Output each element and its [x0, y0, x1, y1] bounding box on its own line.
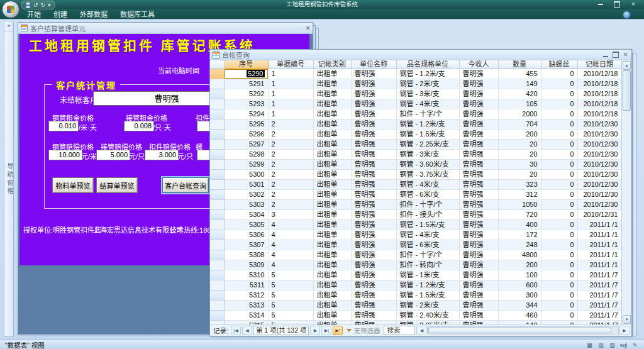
cell-2[interactable]: 出租单: [313, 250, 351, 260]
row-selector[interactable]: [210, 109, 224, 119]
cell-3[interactable]: 曹明强: [351, 301, 396, 311]
cell-5[interactable]: 曹明强: [459, 270, 498, 280]
column-header-2[interactable]: 记帐类别: [313, 60, 351, 69]
cell-7[interactable]: 0: [541, 119, 577, 130]
cell-4[interactable]: 钢管 - 2米/支: [396, 79, 459, 89]
cell-0[interactable]: 5305: [224, 220, 268, 230]
cell-2[interactable]: 出租单: [313, 79, 351, 89]
search-input[interactable]: 搜索: [384, 326, 415, 335]
settlement-preview-button[interactable]: 结算单预览: [96, 177, 138, 193]
cell-1[interactable]: 5: [268, 280, 313, 291]
cell-5[interactable]: 曹明强: [459, 190, 498, 200]
cell-0[interactable]: 5304: [224, 210, 268, 220]
ribbon-tab-2[interactable]: 外部数据: [75, 8, 112, 19]
cell-0[interactable]: 5313: [224, 301, 268, 311]
previous-record-icon[interactable]: ◀: [242, 326, 252, 335]
cell-7[interactable]: 0: [541, 160, 577, 170]
cell-3[interactable]: 曹明强: [351, 89, 396, 99]
datasheet-view-icon[interactable]: ▦: [584, 341, 595, 349]
new-record-icon[interactable]: ▶*: [333, 326, 343, 335]
cell-2[interactable]: 出租单: [313, 311, 351, 321]
cell-7[interactable]: 0: [541, 220, 577, 230]
cell-2[interactable]: 出租单: [313, 230, 351, 240]
row-selector[interactable]: [210, 180, 224, 190]
row-selector[interactable]: [210, 79, 224, 89]
form-close-icon[interactable]: ×: [306, 25, 310, 32]
cell-7[interactable]: 0: [541, 69, 577, 79]
cell-2[interactable]: 出租单: [313, 220, 351, 230]
cell-1[interactable]: 2: [268, 119, 313, 130]
cell-7[interactable]: 0: [541, 200, 577, 210]
maximize-icon[interactable]: [610, 1, 624, 8]
cell-0[interactable]: 5293: [224, 99, 268, 109]
cell-4[interactable]: 扣件 - 十字/个: [396, 109, 459, 119]
row-selector[interactable]: [210, 301, 224, 311]
cell-8[interactable]: 2011/1 /7: [577, 311, 621, 321]
cell-5[interactable]: 曹明强: [459, 160, 498, 170]
cell-6[interactable]: 20: [498, 170, 541, 180]
cell-6[interactable]: 200: [498, 130, 541, 140]
design-view-icon[interactable]: ✎: [630, 341, 640, 349]
cell-7[interactable]: 0: [541, 109, 577, 119]
cell-5[interactable]: 曹明强: [459, 170, 498, 180]
cell-8[interactable]: 2011/1 /1: [577, 230, 621, 240]
pipe-comp-price-input[interactable]: 10.000: [48, 150, 82, 160]
column-header-4[interactable]: 品名规格单位: [396, 60, 459, 69]
cell-4[interactable]: 扣件 - 转向/个: [396, 260, 459, 270]
cell-2[interactable]: 出租单: [313, 170, 351, 180]
cell-3[interactable]: 曹明强: [351, 130, 396, 140]
ledger-close-icon[interactable]: ×: [623, 51, 628, 58]
pivottable-view-icon[interactable]: ▤: [596, 341, 606, 349]
cell-6[interactable]: 720: [498, 210, 541, 220]
cell-0[interactable]: 5309: [224, 260, 268, 270]
cell-2[interactable]: 出租单: [313, 291, 351, 301]
cell-5[interactable]: 曹明强: [459, 89, 498, 99]
cell-6[interactable]: 4800: [498, 250, 541, 260]
cell-5[interactable]: 曹明强: [459, 260, 498, 270]
cell-4[interactable]: 钢管 - 6米/支: [396, 190, 459, 200]
cell-3[interactable]: 曹明强: [351, 140, 396, 150]
cell-0[interactable]: 5300: [224, 170, 268, 180]
cell-8[interactable]: 2010/12/18: [577, 89, 621, 99]
scroll-up-icon[interactable]: ▲: [623, 61, 631, 70]
cell-8[interactable]: 2010/12/30: [577, 200, 621, 210]
sql-view-icon[interactable]: sql: [618, 341, 629, 349]
row-selector[interactable]: [210, 200, 224, 210]
cell-1[interactable]: 1: [268, 99, 313, 109]
customer-ledger-query-button[interactable]: 客户台帐查询: [162, 177, 209, 193]
cell-1[interactable]: 1: [268, 89, 313, 99]
cell-1[interactable]: 4: [268, 250, 313, 260]
row-selector[interactable]: [210, 270, 224, 280]
cell-4[interactable]: 钢管 - 6米/支: [396, 240, 459, 250]
cell-4[interactable]: 钢管 - 2.40米/支: [396, 311, 459, 321]
coupler-comp-price-input[interactable]: 5.000: [96, 150, 130, 160]
cell-2[interactable]: 出租单: [313, 260, 351, 270]
cell-5[interactable]: 曹明强: [459, 250, 498, 260]
cell-5[interactable]: 曹明强: [459, 140, 498, 150]
first-record-icon[interactable]: |◀: [231, 326, 241, 335]
row-selector[interactable]: [210, 311, 224, 321]
record-position[interactable]: 第 1 项(共 132 项: [253, 326, 309, 335]
cell-7[interactable]: 0: [541, 180, 577, 190]
column-header-8[interactable]: 记帐日期: [577, 60, 621, 69]
horizontal-scrollbar[interactable]: ◀ ▶: [416, 326, 630, 335]
cell-3[interactable]: 曹明强: [351, 180, 396, 190]
cell-7[interactable]: 0: [541, 250, 577, 260]
next-record-icon[interactable]: ▶: [310, 326, 320, 335]
cell-7[interactable]: 0: [541, 170, 577, 180]
cell-6[interactable]: 30: [498, 160, 541, 170]
navigation-pane-collapsed[interactable]: » 导航窗格: [4, 21, 14, 337]
cell-6[interactable]: 149: [498, 79, 541, 89]
cell-6[interactable]: 460: [498, 311, 541, 321]
cell-3[interactable]: 曹明强: [351, 79, 396, 89]
row-selector[interactable]: [210, 89, 224, 99]
minimize-icon[interactable]: [594, 1, 608, 8]
cell-5[interactable]: 曹明强: [459, 220, 498, 230]
close-icon[interactable]: ×: [626, 1, 640, 8]
row-selector[interactable]: [210, 220, 224, 230]
row-selector[interactable]: [210, 99, 224, 109]
cell-8[interactable]: 2011/1 /7: [577, 301, 621, 311]
row-selector[interactable]: [210, 130, 224, 140]
cell-8[interactable]: 2010/12/30: [577, 130, 621, 140]
cell-0[interactable]: 5290: [224, 69, 268, 79]
